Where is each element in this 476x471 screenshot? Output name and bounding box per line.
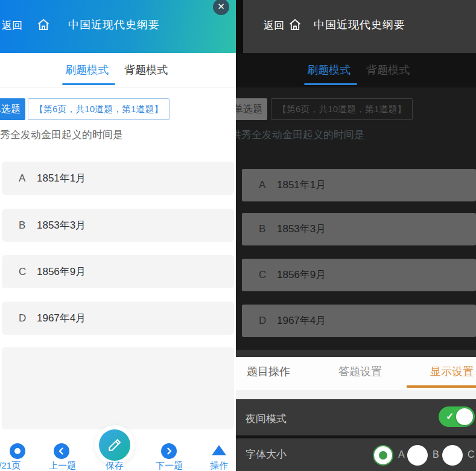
save-button[interactable] [99, 429, 130, 461]
night-mode-label: 夜间模式 [246, 412, 287, 426]
tab-recite-mode[interactable]: 背题模式 [124, 63, 168, 77]
option-text: 1851年1月 [37, 162, 86, 195]
actions-label[interactable]: 操作 [210, 460, 228, 471]
option-text: 1967年4月 [277, 305, 326, 337]
screen-light-mode: 返回 中国近现代史纲要 ✕ 刷题模式 背题模式 单选题 【第6页，共10道题，第… [0, 0, 236, 471]
tab-recite-mode[interactable]: 背题模式 [366, 63, 410, 77]
option-text: 1853年3月 [37, 209, 86, 242]
option-text: 1856年9月 [277, 259, 326, 291]
question-type-badge: 单选题 [0, 98, 25, 120]
tab-answer-settings[interactable]: 答题设置 [338, 364, 382, 379]
divider-strip [236, 350, 476, 357]
font-size-radio-b[interactable] [407, 445, 428, 466]
page-title: 中国近现代史纲要 [314, 17, 405, 32]
option-letter: B [259, 213, 265, 245]
option-letter: A [259, 169, 265, 201]
back-button[interactable]: 返回 [264, 19, 284, 33]
page-title: 中国近现代史纲要 [68, 17, 160, 32]
option-letter: A [19, 162, 25, 195]
radio-dot-icon [379, 451, 387, 460]
option-d[interactable]: D 1967年4月 [2, 302, 234, 335]
mode-tabbar [236, 53, 476, 87]
option-text: 1853年3月 [277, 213, 326, 245]
screen-dark-mode: 返回 中国近现代史纲要 刷题模式 背题模式 单选题 【第6页，共10道题，第1道… [236, 0, 476, 471]
option-text: 1967年4月 [37, 302, 86, 335]
option-letter: C [19, 255, 26, 288]
option-letter: D [19, 302, 26, 335]
option-text: 1851年1月 [277, 169, 326, 201]
font-size-label: 字体大小 [246, 447, 287, 461]
mode-tabbar [0, 53, 236, 87]
question-text: 洪秀全发动金田起义的时间是 [0, 128, 123, 142]
option-text: 1856年9月 [37, 255, 86, 288]
page-indicator-label[interactable]: 6/21页 [0, 460, 21, 471]
font-size-row: 字体大小 A B C [236, 438, 476, 471]
option-b[interactable]: B 1853年3月 [2, 209, 234, 242]
font-size-option-c-label[interactable]: C [468, 449, 475, 460]
next-question-button[interactable] [161, 443, 177, 459]
content-placeholder [2, 347, 234, 429]
settings-active-tab-underline [407, 385, 476, 388]
question-text: 洪秀全发动金田起义的时间是 [236, 128, 364, 142]
option-letter: D [259, 305, 266, 337]
night-mode-row: 夜间模式 ✓ [236, 399, 476, 435]
font-size-radio-c[interactable] [442, 445, 463, 466]
pencil-icon [107, 437, 122, 453]
question-type-badge: 单选题 [236, 98, 267, 120]
tab-display-settings[interactable]: 显示设置 [430, 364, 474, 379]
settings-divider [236, 390, 476, 399]
page-indicator-icon[interactable] [10, 443, 25, 459]
option-c[interactable]: C 1856年9月 [242, 259, 476, 291]
header: 返回 中国近现代史纲要 [236, 0, 476, 53]
close-icon: ✕ [217, 1, 225, 11]
option-a[interactable]: A 1851年1月 [242, 169, 476, 201]
header: 返回 中国近现代史纲要 [0, 0, 236, 53]
prev-question-label[interactable]: 上一题 [49, 460, 76, 471]
next-question-label[interactable]: 下一题 [156, 460, 183, 471]
option-letter: C [259, 259, 266, 291]
back-button[interactable]: 返回 [2, 19, 22, 33]
option-d[interactable]: D 1967年4月 [242, 305, 476, 337]
question-pagination: 【第6页，共10道题，第1道题】 [28, 98, 170, 120]
toggle-knob [456, 408, 473, 425]
bottom-nav: 6/21页 上一题 保存 下一题 操作 [0, 429, 236, 471]
active-tab-underline [304, 83, 357, 85]
tab-practice-mode[interactable]: 刷题模式 [307, 63, 351, 77]
home-icon[interactable] [36, 17, 51, 32]
screenshot-stage: 返回 中国近现代史纲要 ✕ 刷题模式 背题模式 单选题 【第6页，共10道题，第… [0, 0, 476, 471]
option-c[interactable]: C 1856年9月 [2, 255, 234, 288]
screen-edge-strip [236, 0, 243, 53]
active-tab-underline [62, 83, 115, 85]
option-b[interactable]: B 1853年3月 [242, 213, 476, 245]
option-letter: B [19, 209, 25, 242]
chevron-right-icon [163, 446, 174, 457]
check-icon: ✓ [446, 411, 454, 422]
font-size-option-b-label[interactable]: B [433, 449, 439, 460]
tab-question-actions[interactable]: 题目操作 [247, 364, 290, 379]
record-dot-icon [14, 448, 21, 454]
tab-practice-mode[interactable]: 刷题模式 [65, 63, 109, 77]
question-pagination: 【第6页，共10道题，第1道题】 [271, 98, 413, 120]
save-label[interactable]: 保存 [106, 460, 124, 471]
actions-triangle-icon[interactable] [212, 445, 226, 455]
font-size-option-a-label[interactable]: A [398, 449, 405, 460]
home-icon[interactable] [288, 17, 302, 32]
prev-question-button[interactable] [54, 443, 69, 459]
font-size-radio-a[interactable] [373, 445, 393, 466]
chevron-left-icon [56, 446, 67, 457]
night-mode-toggle[interactable]: ✓ [439, 406, 475, 427]
option-a[interactable]: A 1851年1月 [2, 162, 234, 195]
